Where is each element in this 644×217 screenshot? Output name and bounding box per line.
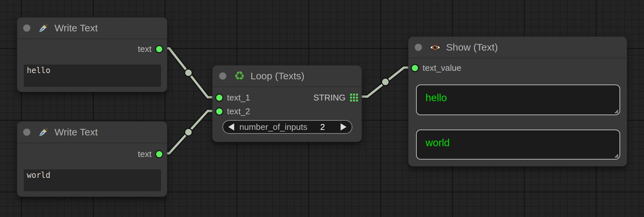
input-port-dot[interactable] bbox=[216, 108, 222, 115]
reroute-dot[interactable] bbox=[382, 78, 389, 86]
output-port-row: text bbox=[138, 45, 162, 53]
recycle-icon: ♻ bbox=[233, 70, 246, 82]
input-port-label: text_2 bbox=[227, 107, 250, 115]
output-port-label: text bbox=[138, 45, 152, 53]
node-write-text-bottom[interactable]: Write Text text world bbox=[17, 121, 167, 197]
node-show-text[interactable]: Show (Text) text_value hello world bbox=[408, 37, 627, 166]
output-port-dot[interactable] bbox=[156, 46, 162, 52]
number-of-inputs-stepper[interactable]: number_of_inputs 2 bbox=[222, 120, 352, 134]
input-port-row: text_1 bbox=[216, 94, 250, 101]
node-title: Write Text bbox=[55, 23, 98, 34]
grid-icon[interactable] bbox=[350, 94, 358, 101]
node-title: Show (Text) bbox=[446, 42, 498, 53]
node-write-text-top[interactable]: Write Text text hello bbox=[17, 17, 167, 92]
collapse-dot[interactable] bbox=[23, 129, 30, 136]
output-port-row: text bbox=[138, 150, 162, 158]
output-port-label: text bbox=[138, 150, 152, 158]
show-value-field[interactable]: hello bbox=[416, 85, 620, 115]
node-header[interactable]: Show (Text) bbox=[409, 37, 627, 58]
input-port-row: text_value bbox=[412, 64, 461, 72]
collapse-dot[interactable] bbox=[219, 72, 226, 80]
text-field[interactable]: world bbox=[24, 169, 161, 191]
stepper-value: 2 bbox=[320, 122, 325, 132]
output-port-label: STRING bbox=[314, 94, 346, 101]
node-header[interactable]: ♻ Loop (Texts) bbox=[213, 66, 362, 87]
text-field[interactable]: hello bbox=[24, 65, 161, 87]
output-port-dot[interactable] bbox=[156, 151, 162, 157]
collapse-dot[interactable] bbox=[23, 24, 30, 32]
pen-icon bbox=[37, 126, 50, 138]
input-port-dot[interactable] bbox=[412, 65, 418, 71]
pen-icon bbox=[37, 22, 50, 34]
input-port-label: text_value bbox=[423, 64, 461, 72]
show-value-field[interactable]: world bbox=[416, 130, 620, 160]
output-port-row: STRING bbox=[314, 94, 358, 101]
show-value-box: world bbox=[416, 130, 620, 160]
increment-arrow-icon[interactable] bbox=[341, 123, 346, 131]
node-title: Loop (Texts) bbox=[250, 70, 304, 82]
input-port-row: text_2 bbox=[216, 107, 250, 115]
node-loop-texts[interactable]: ♻ Loop (Texts) text_1 text_2 STRING numb… bbox=[212, 65, 362, 142]
input-port-dot[interactable] bbox=[216, 95, 222, 101]
node-header[interactable]: Write Text bbox=[17, 18, 167, 39]
node-title: Write Text bbox=[55, 127, 98, 138]
show-value-box: hello bbox=[416, 85, 620, 115]
reroute-dot[interactable] bbox=[185, 69, 192, 77]
node-editor-canvas[interactable]: { "canvas": { "background_color": "#2323… bbox=[0, 0, 644, 217]
input-port-label: text_1 bbox=[227, 94, 250, 101]
decrement-arrow-icon[interactable] bbox=[228, 123, 234, 131]
node-header[interactable]: Write Text bbox=[17, 122, 167, 143]
collapse-dot[interactable] bbox=[415, 44, 422, 51]
eye-icon bbox=[429, 41, 441, 54]
reroute-dot[interactable] bbox=[185, 129, 192, 136]
stepper-label: number_of_inputs bbox=[239, 122, 307, 132]
